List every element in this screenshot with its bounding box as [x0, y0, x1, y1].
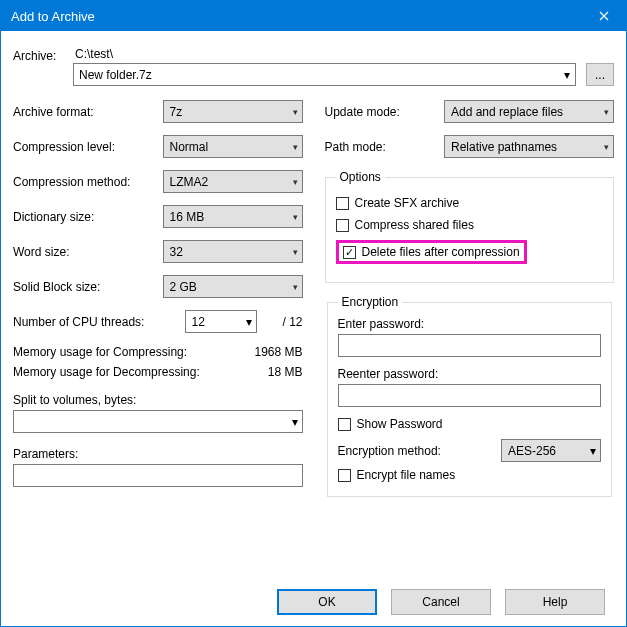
level-select[interactable]: Normal▾	[163, 135, 303, 158]
solid-label: Solid Block size:	[13, 280, 163, 294]
split-combo[interactable]: ▾	[13, 410, 303, 433]
mem-decompress-label: Memory usage for Decompressing:	[13, 365, 200, 379]
pathmode-label: Path mode:	[325, 140, 445, 154]
delete-label: Delete files after compression	[362, 245, 520, 259]
encryptnames-label: Encrypt file names	[357, 468, 456, 482]
word-select[interactable]: 32▾	[163, 240, 303, 263]
archive-name-value: New folder.7z	[79, 68, 152, 82]
options-group: Options Create SFX archive Compress shar…	[325, 170, 615, 283]
sfx-label: Create SFX archive	[355, 196, 460, 210]
window-title: Add to Archive	[11, 9, 95, 24]
method-label: Compression method:	[13, 175, 163, 189]
enc-method-label: Encryption method:	[338, 444, 502, 458]
chevron-down-icon: ▾	[293, 247, 298, 257]
delete-checkbox[interactable]: ✓	[343, 246, 356, 259]
chevron-down-icon: ▾	[604, 107, 609, 117]
mem-decompress-value: 18 MB	[268, 365, 303, 379]
chevron-down-icon: ▾	[293, 282, 298, 292]
delete-highlight: ✓ Delete files after compression	[336, 240, 527, 264]
encryption-group: Encryption Enter password: Reenter passw…	[327, 295, 613, 497]
params-label: Parameters:	[13, 447, 303, 461]
enter-pw-label: Enter password:	[338, 317, 602, 331]
titlebar: Add to Archive	[1, 1, 626, 31]
solid-select[interactable]: 2 GB▾	[163, 275, 303, 298]
update-select[interactable]: Add and replace files▾	[444, 100, 614, 123]
format-select[interactable]: 7z▾	[163, 100, 303, 123]
browse-button[interactable]: ...	[586, 63, 614, 86]
update-label: Update mode:	[325, 105, 445, 119]
pathmode-select[interactable]: Relative pathnames▾	[444, 135, 614, 158]
options-legend: Options	[336, 170, 385, 184]
close-button[interactable]	[581, 1, 626, 31]
showpw-label: Show Password	[357, 417, 443, 431]
chevron-down-icon: ▾	[292, 415, 298, 429]
reenter-pw-label: Reenter password:	[338, 367, 602, 381]
chevron-down-icon: ▾	[604, 142, 609, 152]
enc-method-select[interactable]: AES-256▾	[501, 439, 601, 462]
dict-select[interactable]: 16 MB▾	[163, 205, 303, 228]
ok-button[interactable]: OK	[277, 589, 377, 615]
params-input[interactable]	[13, 464, 303, 487]
chevron-down-icon: ▾	[564, 68, 570, 82]
chevron-down-icon: ▾	[293, 142, 298, 152]
chevron-down-icon: ▾	[293, 212, 298, 222]
cpu-select[interactable]: 12▾	[185, 310, 257, 333]
dict-label: Dictionary size:	[13, 210, 163, 224]
archive-label: Archive:	[13, 47, 73, 63]
encryption-legend: Encryption	[338, 295, 403, 309]
shared-checkbox[interactable]	[336, 219, 349, 232]
cancel-button[interactable]: Cancel	[391, 589, 491, 615]
chevron-down-icon: ▾	[293, 177, 298, 187]
chevron-down-icon: ▾	[246, 315, 252, 329]
password-input[interactable]	[338, 334, 602, 357]
sfx-checkbox[interactable]	[336, 197, 349, 210]
archive-path: C:\test\	[73, 47, 614, 61]
level-label: Compression level:	[13, 140, 163, 154]
encryptnames-checkbox[interactable]	[338, 469, 351, 482]
word-label: Word size:	[13, 245, 163, 259]
shared-label: Compress shared files	[355, 218, 474, 232]
cpu-total: / 12	[263, 315, 303, 329]
format-label: Archive format:	[13, 105, 163, 119]
chevron-down-icon: ▾	[293, 107, 298, 117]
mem-compress-label: Memory usage for Compressing:	[13, 345, 187, 359]
archive-name-combo[interactable]: New folder.7z ▾	[73, 63, 576, 86]
split-label: Split to volumes, bytes:	[13, 393, 303, 407]
method-select[interactable]: LZMA2▾	[163, 170, 303, 193]
showpw-checkbox[interactable]	[338, 418, 351, 431]
cpu-label: Number of CPU threads:	[13, 315, 179, 329]
mem-compress-value: 1968 MB	[254, 345, 302, 359]
chevron-down-icon: ▾	[590, 444, 596, 458]
help-button[interactable]: Help	[505, 589, 605, 615]
reenter-password-input[interactable]	[338, 384, 602, 407]
